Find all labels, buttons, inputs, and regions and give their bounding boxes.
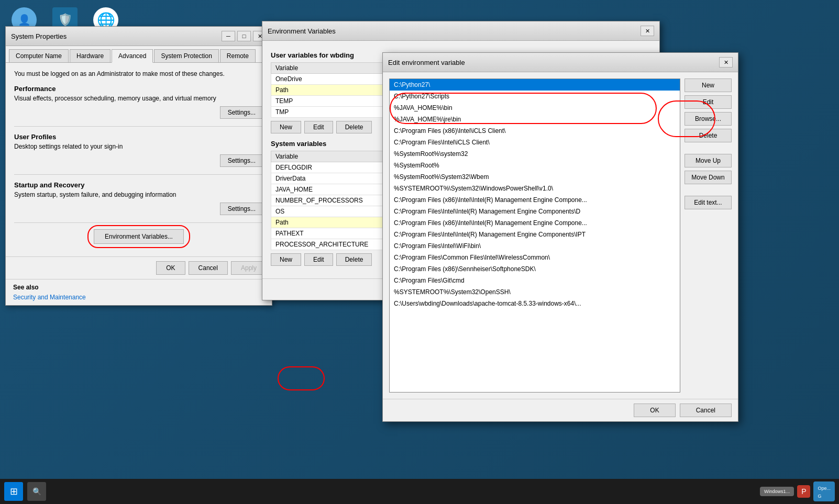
startup-recovery-section: Startup and Recovery System startup, sys…: [14, 181, 263, 215]
startup-recovery-desc: System startup, system failure, and debu…: [14, 191, 263, 198]
path-entry[interactable]: C:\Program Files (x86)\Intel\iCLS Client…: [390, 125, 680, 137]
path-entry[interactable]: C:\Program Files\Intel\Intel(R) Manageme…: [390, 206, 680, 217]
user-delete-button[interactable]: Delete: [336, 121, 372, 133]
path-entry[interactable]: %SYSTEMROOT%\System32\OpenSSH\: [390, 286, 680, 298]
user-profiles-desc: Desktop settings related to your sign-in: [14, 143, 263, 150]
desktop: 👤 Jing, WeiweiNISP-C... 🛡️ IT百事通 🌐 Chr..…: [0, 0, 839, 504]
system-props-title: System Properties: [11, 32, 67, 40]
taskbar-app-label2: Ope...G: [818, 486, 831, 499]
see-also-section: See also Security and Maintenance: [6, 279, 272, 305]
path-entry[interactable]: C:\Program Files (x86)\Intel\Intel(R) Ma…: [390, 194, 680, 206]
window-controls: ─ □ ✕: [222, 31, 267, 41]
path-list[interactable]: C:\Python27\C:\Python27\Scripts%JAVA_HOM…: [389, 79, 680, 393]
system-edit-button[interactable]: Edit: [304, 253, 333, 266]
user-profiles-title: User Profiles: [14, 133, 263, 141]
new-path-button[interactable]: New: [685, 79, 732, 92]
path-entry[interactable]: %SystemRoot%\system32: [390, 148, 680, 160]
tab-remote[interactable]: Remote: [220, 49, 256, 62]
edit-env-footer: OK Cancel: [383, 399, 738, 421]
cancel-button[interactable]: Cancel: [189, 261, 228, 275]
path-entry[interactable]: C:\Program Files\Git\cmd: [390, 275, 680, 286]
env-vars-button[interactable]: Environment Variables...: [94, 229, 184, 244]
path-entry[interactable]: C:\Program Files\Common Files\Intel\Wire…: [390, 252, 680, 263]
performance-title: Performance: [14, 85, 263, 93]
taskbar-app-windows10tips[interactable]: Windows1...: [760, 487, 794, 496]
env-vars-close-button[interactable]: ✕: [641, 26, 654, 36]
edit-env-close-button[interactable]: ✕: [719, 57, 733, 68]
performance-desc: Visual effects, processor scheduling, me…: [14, 95, 263, 102]
taskbar-app-label: Windows1...: [764, 489, 790, 494]
path-entry[interactable]: C:\Program Files (x86)\Intel\Intel(R) Ma…: [390, 217, 680, 229]
path-entry[interactable]: C:\Program Files\Intel\Intel(R) Manageme…: [390, 229, 680, 240]
tab-system-protection[interactable]: System Protection: [154, 49, 218, 62]
minimize-button[interactable]: ─: [222, 31, 235, 41]
see-also-title: See also: [13, 284, 264, 291]
edit-env-title: Edit environment variable: [388, 59, 465, 66]
system-props-footer: OK Cancel Apply: [6, 256, 272, 279]
delete-path-button[interactable]: Delete: [685, 129, 732, 142]
tab-advanced[interactable]: Advanced: [112, 49, 153, 63]
user-profiles-section: User Profiles Desktop settings related t…: [14, 133, 263, 167]
env-vars-title: Environment Variables: [268, 27, 336, 35]
system-props-window: System Properties ─ □ ✕ Computer Name Ha…: [5, 26, 272, 306]
edit-path-button[interactable]: Edit: [685, 95, 732, 109]
user-profiles-settings-button[interactable]: Settings...: [220, 154, 263, 167]
startup-recovery-settings-button[interactable]: Settings...: [220, 203, 263, 215]
edit-env-ok-button[interactable]: OK: [634, 404, 675, 417]
path-entry[interactable]: %JAVA_HOME%\jre\bin: [390, 114, 680, 125]
user-new-button[interactable]: New: [271, 121, 301, 133]
system-props-titlebar: System Properties ─ □ ✕: [6, 27, 272, 46]
path-entry[interactable]: %SYSTEMROOT%\System32\WindowsPowerShell\…: [390, 183, 680, 194]
performance-section: Performance Visual effects, processor sc…: [14, 85, 263, 119]
edit-env-titlebar: Edit environment variable ✕: [383, 53, 738, 72]
performance-settings-button[interactable]: Settings...: [220, 106, 263, 119]
tab-computer-name[interactable]: Computer Name: [9, 49, 69, 62]
edit-env-dialog: Edit environment variable ✕ C:\Python27\…: [382, 52, 738, 422]
system-props-content: You must be logged on as an Administrato…: [6, 63, 272, 256]
env-vars-controls: ✕: [641, 26, 654, 36]
browse-button[interactable]: Browse...: [685, 112, 732, 126]
user-edit-button[interactable]: Edit: [304, 121, 333, 133]
edit-text-button[interactable]: Edit text...: [685, 196, 732, 209]
path-entry[interactable]: C:\Users\wbding\Downloads\apache-tomcat-…: [390, 298, 680, 309]
edit-env-controls: ✕: [719, 57, 733, 68]
env-vars-titlebar: Environment Variables ✕: [262, 21, 659, 41]
taskbar: ⊞ 🔍 Windows1... P Ope...G: [0, 479, 839, 504]
path-entry[interactable]: C:\Python27\Scripts: [390, 91, 680, 102]
edit-env-cancel-button[interactable]: Cancel: [680, 404, 732, 417]
path-entry[interactable]: %JAVA_HOME%\bin: [390, 102, 680, 114]
maximize-button[interactable]: □: [237, 31, 251, 41]
edit-env-action-buttons: New Edit Browse... Delete Move Up Move D…: [685, 79, 732, 393]
taskbar-app-other[interactable]: Ope...G: [813, 481, 835, 501]
path-entry[interactable]: C:\Program Files\Intel\iCLS Client\: [390, 137, 680, 148]
system-delete-button[interactable]: Delete: [336, 253, 372, 266]
security-maintenance-link[interactable]: Security and Maintenance: [13, 294, 86, 301]
path-entry[interactable]: C:\Program Files\Intel\WiFi\bin\: [390, 240, 680, 252]
startup-recovery-title: Startup and Recovery: [14, 181, 263, 189]
system-props-tabs: Computer Name Hardware Advanced System P…: [6, 46, 272, 63]
move-up-button[interactable]: Move Up: [685, 154, 732, 167]
admin-notice: You must be logged on as an Administrato…: [14, 70, 263, 77]
move-down-button[interactable]: Move Down: [685, 171, 732, 184]
path-entry[interactable]: C:\Python27\: [390, 79, 680, 91]
apply-button[interactable]: Apply: [231, 261, 267, 275]
tab-hardware[interactable]: Hardware: [70, 49, 111, 62]
path-entry[interactable]: %SystemRoot%: [390, 160, 680, 171]
env-vars-section: Environment Variables...: [14, 229, 263, 244]
path-entry[interactable]: C:\Program Files (x86)\Sennheiser\Softph…: [390, 263, 680, 275]
taskbar-app-office[interactable]: P: [797, 485, 810, 498]
taskbar-app-icon: P: [801, 487, 806, 496]
ok-button[interactable]: OK: [156, 261, 185, 275]
system-new-button[interactable]: New: [271, 253, 301, 266]
start-button[interactable]: ⊞: [4, 482, 23, 501]
edit-env-content: C:\Python27\C:\Python27\Scripts%JAVA_HOM…: [383, 72, 738, 399]
path-entry[interactable]: %SystemRoot%\System32\Wbem: [390, 171, 680, 183]
taskbar-search[interactable]: 🔍: [27, 482, 46, 501]
